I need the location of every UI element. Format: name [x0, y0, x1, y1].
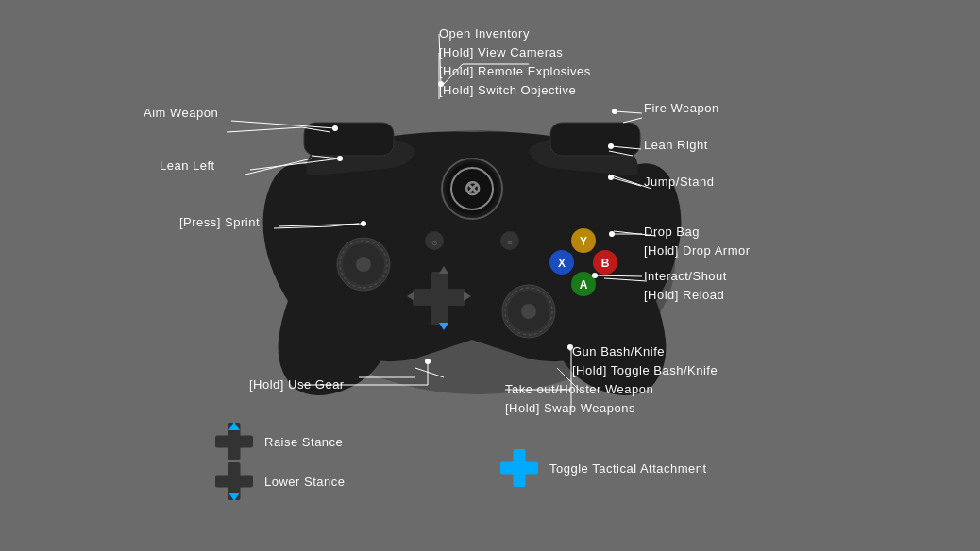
svg-text:B: B: [601, 257, 610, 270]
lean-right-label: Lean Right: [644, 138, 708, 152]
hold-use-gear-label: [Hold] Use Gear: [249, 377, 345, 392]
svg-text:⊗: ⊗: [464, 176, 481, 200]
lower-stance-legend: Lower Stance: [215, 462, 346, 500]
hold-swap-weapons-label: [Hold] Swap Weapons: [505, 401, 635, 415]
aim-weapon-label: Aim Weapon: [144, 106, 218, 120]
hold-drop-armor-label: [Hold] Drop Armor: [644, 243, 751, 258]
take-out-holster-label: Take out/Holster Weapon: [505, 382, 653, 396]
lean-left-label: Lean Left: [160, 159, 215, 173]
hold-toggle-bash-label: [Hold] Toggle Bash/Knife: [572, 363, 718, 377]
press-sprint-label: [Press] Sprint: [179, 215, 260, 229]
raise-stance-legend: Raise Stance: [215, 423, 343, 460]
hold-reload-label: [Hold] Reload: [644, 288, 724, 302]
open-inventory-label: Open Inventory: [439, 26, 530, 41]
svg-text:≡: ≡: [507, 238, 512, 247]
hold-view-cameras-label: [Hold] View Cameras: [439, 45, 563, 59]
toggle-tactical-label: Toggle Tactical Attachment: [549, 461, 707, 476]
svg-point-13: [356, 257, 371, 272]
svg-text:X: X: [558, 257, 566, 270]
svg-text:⊙: ⊙: [431, 239, 438, 247]
gun-bash-knife-label: Gun Bash/Knife: [572, 344, 665, 359]
hold-remote-explosives-label: [Hold] Remote Explosives: [439, 64, 591, 78]
jump-stand-label: Jump/Stand: [644, 175, 714, 189]
svg-text:Y: Y: [580, 235, 587, 248]
interact-shout-label: Interact/Shout: [644, 269, 727, 283]
svg-rect-1: [304, 123, 394, 156]
raise-stance-label: Raise Stance: [264, 435, 343, 449]
drop-bag-label: Drop Bag: [644, 225, 700, 239]
hold-switch-objective-label: [Hold] Switch Objective: [439, 83, 576, 97]
svg-rect-20: [431, 272, 448, 325]
svg-text:A: A: [580, 278, 588, 292]
lower-stance-label: Lower Stance: [264, 475, 346, 489]
svg-point-17: [521, 304, 536, 319]
fire-weapon-label: Fire Weapon: [644, 101, 719, 115]
svg-rect-2: [550, 123, 640, 156]
toggle-tactical-legend: Toggle Tactical Attachment: [500, 449, 707, 487]
